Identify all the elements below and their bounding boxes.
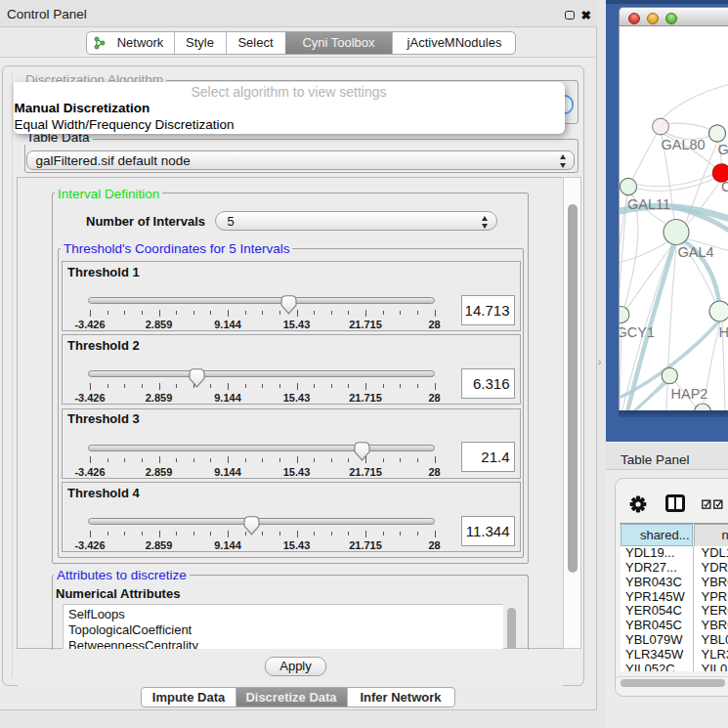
- svg-text:GCY1: GCY1: [620, 324, 655, 340]
- svg-text:C: C: [721, 178, 728, 193]
- svg-text:HAP2: HAP2: [671, 385, 708, 401]
- svg-text:H: H: [719, 324, 728, 340]
- svg-text:GA: GA: [718, 142, 728, 157]
- svg-text:GAL4: GAL4: [678, 243, 714, 259]
- svg-text:GAL80: GAL80: [662, 136, 706, 151]
- svg-text:GAL11: GAL11: [627, 195, 670, 211]
